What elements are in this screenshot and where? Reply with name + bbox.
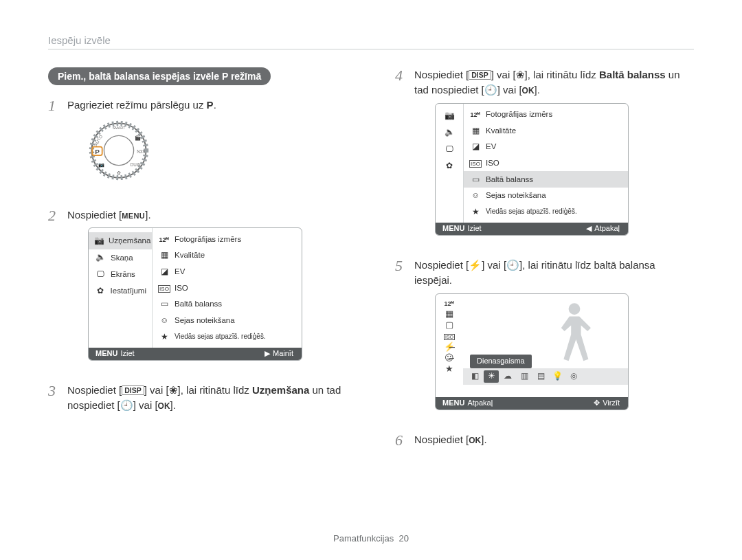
lcd-status-column: 12ᴹ ▦ ▢ ISO ⚡̶ ☺̶ ★ <box>436 294 463 397</box>
face-icon: ☺ <box>158 315 170 326</box>
wb-custom-icon[interactable]: ◎ <box>566 370 581 383</box>
svg-text:SMART: SMART <box>113 126 126 130</box>
wb-auto-icon[interactable]: ◧ <box>467 370 482 383</box>
ev-icon: ◪ <box>158 266 170 278</box>
step-number: 3 <box>48 383 58 413</box>
menu-item-smart-face[interactable]: ★Viedās sejas atpazīš. rediģēš. <box>153 328 302 345</box>
example-title: Piem., baltā balansa iespējas izvēle P r… <box>48 67 271 85</box>
flash-off-icon: ⚡̶ <box>438 342 460 351</box>
ev-icon: ◪ <box>469 141 482 153</box>
menu-item-face-detection[interactable]: ☺Sejas noteikšana <box>464 188 628 204</box>
self-timer-icon: 🕘 <box>506 259 519 271</box>
grid-icon: ▦ <box>438 309 460 318</box>
svg-text:DUAL: DUAL <box>131 162 142 167</box>
menu-item-photo-size[interactable]: 12ᴹFotogrāfijas izmērs <box>464 107 628 123</box>
menu-tab-display[interactable]: 🖵Ekrāns <box>89 266 152 282</box>
wb-tungsten-icon[interactable]: 💡 <box>550 370 565 383</box>
step-3: 3 Nospiediet [DISP] vai [❀], lai ritināt… <box>48 383 347 413</box>
ok-button-icon: OK <box>469 436 481 445</box>
single-shot-icon: ▢ <box>438 320 460 329</box>
ok-button-icon: OK <box>522 86 535 96</box>
menu-item-white-balance[interactable]: ▭Baltā balanss <box>464 171 628 188</box>
lcd-menu-screen: 📷Uzņemšana 🔈Skaņa 🖵Ekrāns ✿Iestatījumi 1… <box>88 227 302 361</box>
grid-icon: ▦ <box>469 125 482 137</box>
lcd-wb-preview-screen: 12ᴹ ▦ ▢ ISO ⚡̶ ☺̶ ★ <box>435 293 629 410</box>
lcd-left-pane: 📷 🔈 🖵 ✿ <box>436 104 464 223</box>
wb-fluorescent-l-icon[interactable]: ▤ <box>533 370 548 383</box>
wb-daylight-icon[interactable]: ☀ <box>484 370 499 383</box>
ok-button-icon: OK <box>158 401 170 411</box>
menu-item-ev[interactable]: ◪EV <box>464 139 628 155</box>
lcd-left-pane: 📷Uzņemšana 🔈Skaņa 🖵Ekrāns ✿Iestatījumi <box>89 228 153 348</box>
gear-icon: ✿ <box>94 285 106 297</box>
size-icon: 12ᴹ <box>469 109 482 120</box>
wb-fluorescent-h-icon[interactable]: ▥ <box>517 370 532 383</box>
self-timer-icon: 🕘 <box>484 84 497 96</box>
left-arrow-icon: ◀ <box>586 223 592 234</box>
self-timer-icon: 🕘 <box>120 399 133 411</box>
menu-item-quality[interactable]: ▦Kvalitāte <box>464 122 628 139</box>
svg-text:P: P <box>95 147 100 155</box>
size-icon: 12ᴹ <box>158 234 170 245</box>
navigate-icon: ✥ <box>594 398 600 409</box>
mode-p-icon: P <box>207 99 214 111</box>
size-icon: 12ᴹ <box>438 298 460 307</box>
step-number: 1 <box>48 98 58 192</box>
menu-item-iso[interactable]: ISOISO <box>153 280 302 296</box>
menu-item-white-balance[interactable]: ▭Baltā balanss <box>153 296 302 313</box>
face-icon: ☺ <box>469 190 482 201</box>
step-5: 5 Nospiediet [⚡] vai [🕘], lai ritinātu l… <box>395 258 694 417</box>
lcd-footer: MENU Iziet ▶ Mainīt <box>89 348 302 360</box>
face-off-icon: ☺̶ <box>438 353 460 362</box>
star-icon: ★ <box>438 364 460 373</box>
menu-tab-sound[interactable]: 🔈Skaņa <box>89 249 152 266</box>
monitor-icon: 🖵 <box>94 269 106 280</box>
step-text: Pagrieziet režīmu pārslēgu uz <box>67 99 207 111</box>
page-footer: Pamatfunkcijas 20 <box>0 533 742 544</box>
breadcrumb: Iespēju izvēle <box>48 34 694 49</box>
camera-icon: 📷 <box>94 235 104 247</box>
menu-item-smart-face[interactable]: ★Viedās sejas atpazīš. rediģēš. <box>464 204 628 221</box>
wb-cloudy-icon[interactable]: ☁ <box>500 370 515 383</box>
svg-text:📷: 📷 <box>98 161 104 168</box>
step-6: 6 Nospiediet [OK]. <box>395 432 694 449</box>
page-number: 20 <box>398 533 408 544</box>
menu-tag: MENU <box>442 223 464 234</box>
star-icon: ★ <box>158 331 170 343</box>
menu-tab-settings[interactable]: ✿Iestatījumi <box>89 282 152 299</box>
wb-icon: ▭ <box>158 298 170 310</box>
disp-button-icon: DISP <box>469 70 491 80</box>
menu-tag: MENU <box>95 348 117 359</box>
monitor-icon: 🖵 <box>443 144 456 155</box>
gear-icon: ✿ <box>443 160 456 172</box>
macro-tulip-icon: ❀ <box>169 384 178 396</box>
mode-dial-illustration: SMART 🎬 N3S DUAL ✿ 📷 AUTO P <box>88 120 150 181</box>
wb-value-label: Dienasgaisma <box>470 355 532 368</box>
lcd-right-pane: 12ᴹFotogrāfijas izmērs ▦Kvalitāte ◪EV IS… <box>153 228 302 348</box>
grid-icon: ▦ <box>158 249 170 261</box>
menu-item-ev[interactable]: ◪EV <box>153 264 302 280</box>
wb-icon: ▭ <box>469 174 482 186</box>
menu-item-photo-size[interactable]: 12ᴹFotogrāfijas izmērs <box>153 231 302 247</box>
iso-icon: ISO <box>438 331 460 340</box>
menu-item-iso[interactable]: ISOISO <box>464 155 628 172</box>
lcd-menu-screen-wb: 📷 🔈 🖵 ✿ 12ᴹFotogrāfijas izmērs ▦Kvalitāt… <box>435 103 629 236</box>
step-1: 1 Pagrieziet režīmu pārslēgu uz P. SMART… <box>48 98 347 192</box>
svg-text:✿: ✿ <box>117 170 121 176</box>
macro-tulip-icon: ❀ <box>516 69 525 80</box>
step-2: 2 Nospiediet [MENU]. 📷Uzņemšana 🔈Skaņa 🖵… <box>48 208 347 368</box>
step-number: 4 <box>395 67 405 243</box>
lcd-footer: MENU Iziet ◀ Atpakaļ <box>436 223 628 235</box>
menu-item-face-detection[interactable]: ☺Sejas noteikšana <box>153 313 302 329</box>
step-text: ]. <box>145 209 150 221</box>
svg-text:🎬: 🎬 <box>135 135 141 141</box>
iso-icon: ISO <box>469 157 482 169</box>
menu-item-quality[interactable]: ▦Kvalitāte <box>153 247 302 264</box>
menu-tag: MENU <box>442 398 464 409</box>
disp-button-icon: DISP <box>122 385 144 395</box>
svg-text:N3S: N3S <box>137 148 145 153</box>
menu-tab-shooting[interactable]: 📷Uzņemšana <box>89 232 152 249</box>
menu-button-label: MENU <box>122 212 145 220</box>
lcd-footer: MENU Atpakaļ ✥ Virzīt <box>436 397 628 410</box>
iso-icon: ISO <box>158 282 170 294</box>
